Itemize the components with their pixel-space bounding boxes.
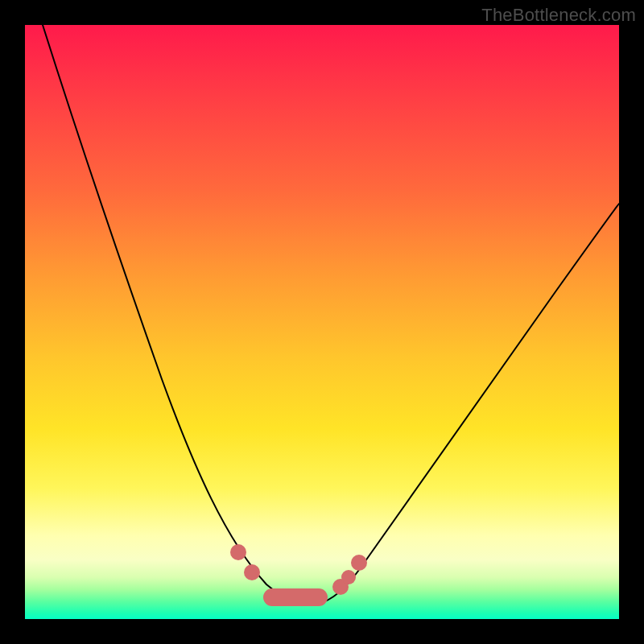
marker-cluster <box>263 588 328 606</box>
bottleneck-curve <box>43 25 619 605</box>
watermark-text: TheBottleneck.com <box>481 5 636 26</box>
curve-layer <box>25 25 619 619</box>
plot-area <box>25 25 619 619</box>
marker-dot <box>244 564 260 580</box>
marker-dot <box>351 555 367 571</box>
marker-group <box>230 544 367 606</box>
chart-frame: TheBottleneck.com <box>0 0 644 644</box>
marker-dot <box>230 544 246 560</box>
marker-dot <box>341 570 356 584</box>
